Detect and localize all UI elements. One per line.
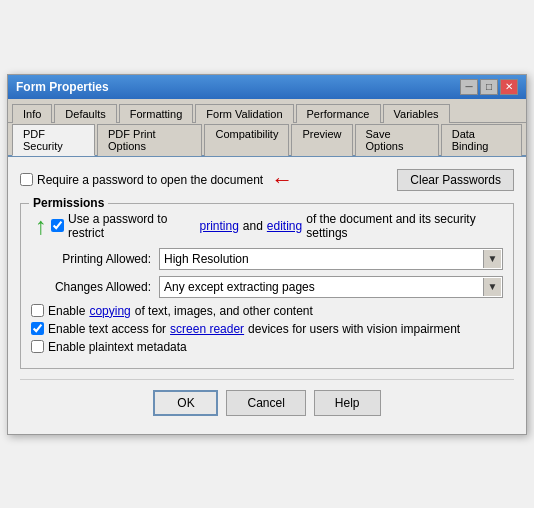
tab-form-validation[interactable]: Form Validation	[195, 104, 293, 123]
use-password-row: ↑ Use a password to restrict printing an…	[31, 212, 503, 240]
enable-copying-post: of text, images, and other content	[135, 304, 313, 318]
changes-allowed-row: Changes Allowed: None Inserting, deletin…	[31, 276, 503, 298]
tab-info[interactable]: Info	[12, 104, 52, 123]
enable-screen-reader-row: Enable text access for screen reader dev…	[31, 322, 503, 336]
enable-plaintext-label: Enable plaintext metadata	[48, 340, 187, 354]
require-password-checkbox[interactable]	[20, 173, 33, 186]
printing-allowed-label: Printing Allowed:	[31, 252, 151, 266]
red-arrow-icon: ←	[271, 167, 293, 193]
printing-allowed-select-wrapper: None Low Resolution (150 dpi) High Resol…	[159, 248, 503, 270]
tab-variables[interactable]: Variables	[383, 104, 450, 123]
permissions-group-title: Permissions	[29, 196, 108, 210]
clear-passwords-button[interactable]: Clear Passwords	[397, 169, 514, 191]
changes-allowed-label: Changes Allowed:	[31, 280, 151, 294]
close-button[interactable]: ✕	[500, 79, 518, 95]
green-arrow-icon: ↑	[35, 212, 47, 240]
use-password-and: and	[243, 219, 263, 233]
tab-performance[interactable]: Performance	[296, 104, 381, 123]
enable-screen-reader-checkbox[interactable]	[31, 322, 44, 335]
enable-copying-checkbox[interactable]	[31, 304, 44, 317]
use-password-label-pre: Use a password to restrict	[68, 212, 195, 240]
enable-plaintext-row: Enable plaintext metadata	[31, 340, 503, 354]
tab-save-options[interactable]: Save Options	[355, 124, 439, 156]
enable-copying-pre: Enable	[48, 304, 85, 318]
require-password-label: Require a password to open the document	[37, 173, 263, 187]
minimize-button[interactable]: ─	[460, 79, 478, 95]
permissions-group: Permissions ↑ Use a password to restrict…	[20, 203, 514, 369]
use-password-rest: of the document and its security setting…	[306, 212, 503, 240]
printing-allowed-row: Printing Allowed: None Low Resolution (1…	[31, 248, 503, 270]
use-password-editing-link[interactable]: editing	[267, 219, 302, 233]
form-properties-window: Form Properties ─ □ ✕ Info Defaults Form…	[7, 74, 527, 435]
printing-allowed-select[interactable]: None Low Resolution (150 dpi) High Resol…	[159, 248, 503, 270]
ok-button[interactable]: OK	[153, 390, 218, 416]
tab-pdf-print-options[interactable]: PDF Print Options	[97, 124, 202, 156]
changes-allowed-select[interactable]: None Inserting, deleting, and rotating p…	[159, 276, 503, 298]
enable-plaintext-checkbox[interactable]	[31, 340, 44, 353]
tab-data-binding[interactable]: Data Binding	[441, 124, 522, 156]
enable-copying-row: Enable copying of text, images, and othe…	[31, 304, 503, 318]
enable-screen-reader-link[interactable]: screen reader	[170, 322, 244, 336]
tabs-row-1: Info Defaults Formatting Form Validation…	[8, 99, 526, 123]
content-area: Require a password to open the document …	[8, 157, 526, 434]
bottom-buttons: OK Cancel Help	[20, 379, 514, 424]
enable-screen-reader-post: devices for users with vision impairment	[248, 322, 460, 336]
window-title: Form Properties	[16, 80, 109, 94]
help-button[interactable]: Help	[314, 390, 381, 416]
use-password-checkbox[interactable]	[51, 219, 64, 232]
top-row: Require a password to open the document …	[20, 167, 514, 193]
title-bar-controls: ─ □ ✕	[460, 79, 518, 95]
tab-preview[interactable]: Preview	[291, 124, 352, 156]
use-password-printing-link[interactable]: printing	[199, 219, 238, 233]
require-password-checkbox-label: Require a password to open the document	[20, 173, 263, 187]
maximize-button[interactable]: □	[480, 79, 498, 95]
enable-screen-reader-pre: Enable text access for	[48, 322, 166, 336]
tab-formatting[interactable]: Formatting	[119, 104, 194, 123]
tab-compatibility[interactable]: Compatibility	[204, 124, 289, 156]
require-password-area: Require a password to open the document …	[20, 167, 293, 193]
tab-defaults[interactable]: Defaults	[54, 104, 116, 123]
changes-allowed-select-wrapper: None Inserting, deleting, and rotating p…	[159, 276, 503, 298]
tabs-row-2: PDF Security PDF Print Options Compatibi…	[8, 123, 526, 157]
title-bar: Form Properties ─ □ ✕	[8, 75, 526, 99]
enable-copying-link[interactable]: copying	[89, 304, 130, 318]
tab-pdf-security[interactable]: PDF Security	[12, 124, 95, 156]
cancel-button[interactable]: Cancel	[226, 390, 305, 416]
